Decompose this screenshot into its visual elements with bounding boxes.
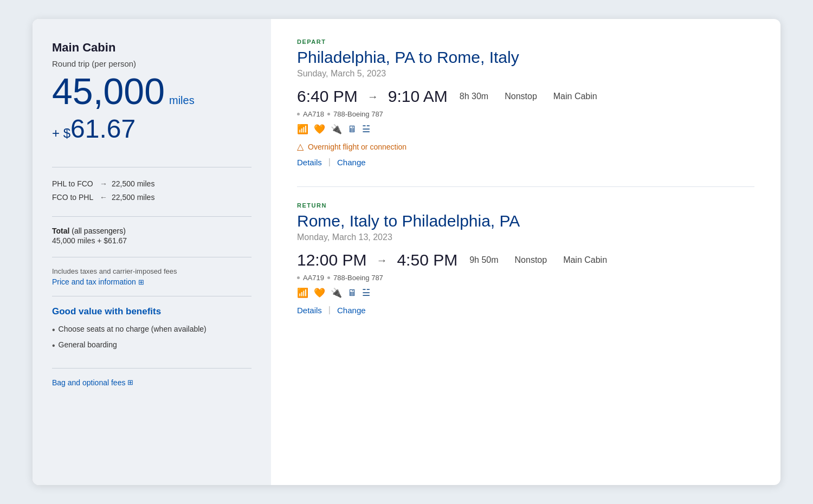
price-tax-link-text: Price and tax information [52,277,136,286]
return-flight-number: AA719 [303,274,324,282]
return-screen-icon: 🖥 [347,288,357,299]
return-duration: 9h 50m [469,255,498,265]
total-passengers: (all passengers) [72,227,126,235]
depart-section: DEPART Philadelphia, PA to Rome, Italy S… [297,38,754,171]
route-arrow-1: → [100,177,107,191]
right-panel: DEPART Philadelphia, PA to Rome, Italy S… [271,19,780,485]
benefits-list: Choose seats at no charge (when availabl… [52,322,251,354]
return-arrow: → [376,254,387,267]
miles-row: 45,000 miles [52,73,251,109]
price-tax-link[interactable]: Price and tax information ⊞ [52,277,251,286]
depart-time: 6:40 PM [297,87,358,106]
divider-2 [52,216,251,217]
cash-row: + $61.67 [52,116,251,142]
depart-arrive-time: 9:10 AM [388,87,448,106]
cash-prefix: + $ [52,126,70,140]
divider-3 [52,257,251,257]
return-depart-time: 12:00 PM [297,251,366,269]
return-usb-icon: 🔌 [331,287,342,299]
main-card: Main Cabin Round trip (per person) 45,00… [33,19,780,485]
depart-tag: DEPART [297,38,754,45]
depart-dot-1 [297,113,300,115]
return-aircraft: 788-Boeing 787 [333,274,383,282]
route-arrow-2: ← [100,191,107,204]
total-label: Total (all passengers) [52,227,251,235]
depart-details-link[interactable]: Details [297,158,322,167]
section-divider [297,186,754,187]
return-times-row: 12:00 PM → 4:50 PM 9h 50m Nonstop Main C… [297,251,754,269]
depart-wifi-icon: 📶 [297,124,308,135]
return-cabin: Main Cabin [563,255,607,265]
benefit-1: Choose seats at no charge (when availabl… [52,322,251,338]
return-action-row: Details | Change [297,305,754,315]
divider-1 [52,167,251,167]
depart-change-link[interactable]: Change [337,158,366,167]
warning-triangle-icon: △ [297,141,304,152]
depart-arrow: → [367,91,378,103]
cabin-title: Main Cabin [52,41,251,55]
return-seat-icon: ☱ [362,287,370,299]
depart-screen-icon: 🖥 [347,124,357,135]
left-panel: Main Cabin Round trip (per person) 45,00… [33,19,271,485]
depart-seat-icon: ☱ [362,124,370,135]
benefit-2: General boarding [52,338,251,354]
route-row-1: PHL to FCO → 22,500 miles [52,177,251,191]
divider-5 [52,368,251,369]
total-section: Total (all passengers) 45,000 miles + $6… [52,227,251,245]
return-wifi-icon: 📶 [297,287,308,299]
return-change-text: Change [337,306,366,315]
depart-usb-icon: 🔌 [331,124,342,135]
depart-route: Philadelphia, PA to Rome, Italy [297,48,754,67]
depart-nonstop: Nonstop [505,92,537,101]
return-change-link[interactable]: Change [337,306,366,315]
depart-dot-2 [327,113,330,115]
tax-note: Includes taxes and carrier-imposed fees [52,267,251,275]
depart-pipe: | [328,157,331,167]
benefit-1-text: Choose seats at no charge (when availabl… [59,325,207,333]
depart-details-text: Details [297,158,322,167]
benefit-2-text: General boarding [59,340,117,349]
return-dot-2 [327,276,330,279]
total-label-bold: Total [52,227,69,235]
miles-label: miles [169,94,195,107]
bag-fees-ext-icon: ⊞ [127,378,133,386]
return-tag: RETURN [297,202,754,209]
return-date: Monday, March 13, 2023 [297,232,754,242]
depart-flight-number: AA718 [303,110,324,118]
return-info-row: AA719 788-Boeing 787 [297,274,754,282]
depart-times-row: 6:40 PM → 9:10 AM 8h 30m Nonstop Main Ca… [297,87,754,106]
return-heart-icon: 🧡 [314,287,325,299]
route-from-1: PHL to FCO [52,177,95,191]
total-value: 45,000 miles + $61.67 [52,236,251,245]
return-section: RETURN Rome, Italy to Philadelphia, PA M… [297,202,754,319]
benefits-title: Good value with benefits [52,306,251,317]
depart-overnight-warning: △ Overnight flight or connection [297,141,754,152]
route-miles-1: 22,500 miles [112,177,154,191]
depart-action-row: Details | Change [297,157,754,167]
depart-aircraft: 788-Boeing 787 [333,110,383,118]
bag-fees-link-text: Bag and optional fees [52,378,125,387]
cash-amount: + $61.67 [52,114,136,143]
return-amenities: 📶 🧡 🔌 🖥 ☱ [297,287,754,299]
return-details-text: Details [297,306,322,315]
overnight-text: Overnight flight or connection [308,143,406,151]
depart-change-text: Change [337,158,366,167]
miles-amount: 45,000 [52,73,165,109]
cash-value: 61.67 [70,114,136,143]
depart-cabin: Main Cabin [553,92,597,101]
depart-amenities: 📶 🧡 🔌 🖥 ☱ [297,124,754,135]
divider-4 [52,296,251,296]
return-dot-1 [297,276,300,279]
return-nonstop: Nonstop [515,255,547,265]
route-table: PHL to FCO → 22,500 miles FCO to PHL ← 2… [52,177,251,204]
depart-date: Sunday, March 5, 2023 [297,69,754,79]
route-miles-2: 22,500 miles [112,191,154,204]
return-details-link[interactable]: Details [297,306,322,315]
route-from-2: FCO to PHL [52,191,95,204]
depart-info-row: AA718 788-Boeing 787 [297,110,754,118]
route-row-2: FCO to PHL ← 22,500 miles [52,191,251,204]
external-link-icon: ⊞ [138,278,144,286]
bag-fees-link[interactable]: Bag and optional fees ⊞ [52,378,251,387]
return-pipe: | [328,305,331,315]
return-route: Rome, Italy to Philadelphia, PA [297,212,754,230]
